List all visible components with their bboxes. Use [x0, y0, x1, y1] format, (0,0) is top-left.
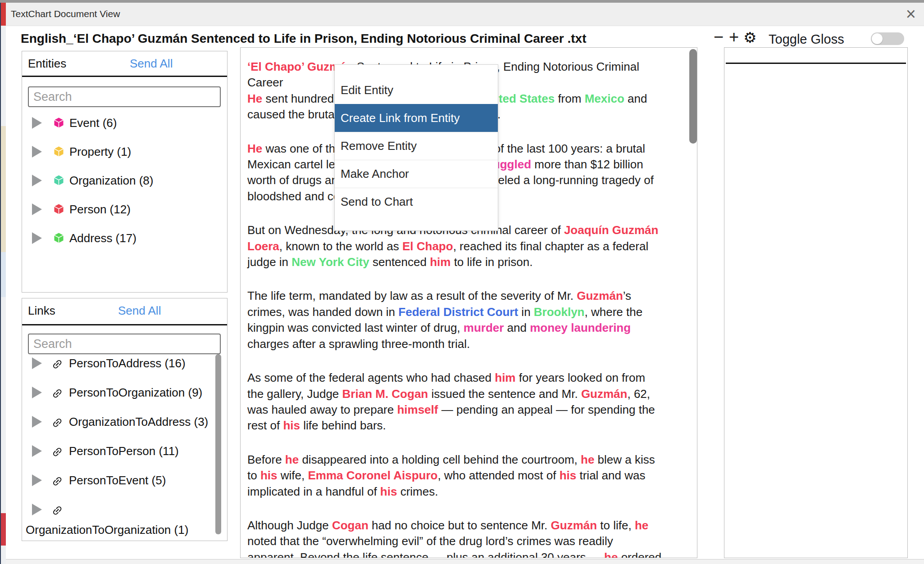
- menu-item-create-link-from-entity[interactable]: Create Link from Entity: [335, 104, 498, 132]
- entity-organization[interactable]: Federal District Court: [398, 305, 518, 319]
- links-panel: Links Send All PersonToAddress (16)Perso…: [22, 298, 228, 541]
- entity-type-row-property[interactable]: Property (1): [26, 143, 223, 162]
- entity-person[interactable]: Brian M. Cogan: [342, 387, 428, 401]
- links-send-all-link[interactable]: Send All: [118, 304, 161, 318]
- text-line: charges after a sprawling three-month tr…: [247, 336, 691, 352]
- text-line: Loera, known to the world as El Chapo, r…: [247, 239, 691, 254]
- toggle-gloss-label: Toggle Gloss: [769, 32, 844, 47]
- text-line: Although Judge Cogan had no choice but t…: [247, 518, 691, 533]
- paragraph: As some of the federal agents who had ch…: [247, 370, 691, 434]
- entities-search-input[interactable]: [28, 86, 221, 107]
- menu-item-remove-entity[interactable]: Remove Entity: [335, 132, 498, 160]
- entity-type-row-event[interactable]: Event (6): [26, 114, 223, 134]
- entity-person[interactable]: his: [380, 485, 397, 498]
- links-panel-title: Links: [28, 304, 55, 318]
- expand-triangle-icon[interactable]: [32, 445, 42, 457]
- gloss-header-rule: [726, 63, 906, 64]
- paragraph: Although Judge Cogan had no choice but t…: [247, 518, 691, 558]
- link-type-row-persontoaddress[interactable]: PersonToAddress (16): [26, 354, 212, 374]
- menu-item-send-to-chart[interactable]: Send to Chart: [335, 188, 498, 216]
- entity-person[interactable]: he: [604, 550, 618, 558]
- gear-icon[interactable]: ⚙: [743, 30, 757, 46]
- expand-triangle-icon[interactable]: [32, 232, 42, 244]
- entity-person[interactable]: Joaquín Guzmán: [564, 223, 658, 237]
- link-type-row-organizationtoorganization[interactable]: OrganizationToOrganization (1): [26, 501, 212, 539]
- expand-triangle-icon[interactable]: [32, 416, 42, 428]
- entity-person[interactable]: he: [581, 453, 594, 466]
- entity-person[interactable]: he: [285, 453, 299, 466]
- link-type-row-persontoevent[interactable]: PersonToEvent (5): [26, 471, 212, 492]
- zoom-out-button[interactable]: −: [714, 28, 724, 46]
- entity-person[interactable]: his: [283, 419, 300, 432]
- window-titlebar[interactable]: TextChart Document View ×: [0, 3, 924, 26]
- entity-person[interactable]: El Chapo: [402, 239, 453, 253]
- entity-person[interactable]: Emma Coronel Aispuro: [308, 469, 437, 482]
- paragraph: The life term, mandated by law as a resu…: [247, 288, 691, 352]
- text-line: The life term, mandated by law as a resu…: [247, 288, 691, 304]
- link-icon: [48, 443, 69, 464]
- entity-address[interactable]: Mexico: [585, 92, 624, 105]
- expand-triangle-icon[interactable]: [32, 175, 42, 186]
- entity-person[interactable]: He: [247, 142, 262, 155]
- text-line: kingpin was convicted last winter of dru…: [247, 320, 691, 336]
- document-title: English_‘El Chapo’ Guzmán Sentenced to L…: [21, 32, 587, 46]
- zoom-in-button[interactable]: +: [729, 28, 739, 46]
- entity-person[interactable]: Guzmán: [581, 387, 628, 401]
- cube-icon: [53, 202, 65, 220]
- entity-person[interactable]: Guzmán: [577, 289, 623, 302]
- expand-triangle-icon[interactable]: [32, 357, 42, 369]
- expand-triangle-icon[interactable]: [32, 504, 42, 515]
- links-search-input[interactable]: [28, 334, 221, 354]
- cube-icon: [53, 231, 65, 249]
- expand-triangle-icon[interactable]: [32, 474, 42, 486]
- entities-header-rule: [22, 76, 227, 77]
- textchart-document-view-window: TextChart Document View × English_‘El Ch…: [0, 0, 924, 564]
- gloss-panel: [724, 47, 908, 558]
- text-line: As some of the federal agents who had ch…: [247, 370, 691, 386]
- entities-tree: Event (6)Property (1)Organization (8)Per…: [26, 114, 223, 258]
- text-line: the gallery, Judge Brian M. Cogan issued…: [247, 386, 691, 402]
- entity-person[interactable]: him: [495, 371, 515, 384]
- menu-item-edit-entity[interactable]: Edit Entity: [335, 77, 498, 104]
- text-line: noted that the “overwhelming evil” of th…: [247, 533, 691, 549]
- toggle-gloss-switch[interactable]: [871, 32, 904, 45]
- text-line: was hauled away to prepare himself — pen…: [247, 402, 691, 418]
- link-icon: [48, 384, 69, 406]
- links-tree: PersonToAddress (16)PersonToOrganization…: [26, 354, 212, 541]
- expand-triangle-icon[interactable]: [32, 203, 42, 215]
- links-scrollbar-thumb[interactable]: [215, 354, 221, 534]
- link-type-row-persontoorganization[interactable]: PersonToOrganization (9): [26, 384, 212, 404]
- link-type-row-organizationtoaddress[interactable]: OrganizationToAddress (3): [26, 413, 212, 433]
- menu-item-make-anchor[interactable]: Make Anchor: [335, 160, 498, 188]
- expand-triangle-icon[interactable]: [32, 146, 42, 158]
- document-scrollbar-thumb[interactable]: [689, 49, 697, 144]
- entities-panel: Entities Send All Event (6)Property (1)O…: [22, 51, 228, 293]
- link-icon: [48, 414, 69, 435]
- entity-person[interactable]: He: [247, 92, 262, 105]
- entity-person[interactable]: Loera: [247, 239, 279, 253]
- entity-address[interactable]: New York City: [291, 255, 369, 269]
- entity-person[interactable]: he: [635, 519, 648, 532]
- entity-event[interactable]: money laundering: [530, 321, 631, 334]
- entity-event[interactable]: murder: [464, 321, 504, 334]
- entity-person[interactable]: Guzmán: [551, 519, 597, 532]
- close-icon[interactable]: ×: [906, 4, 916, 24]
- entity-person[interactable]: his: [260, 469, 278, 482]
- link-icon: [48, 355, 69, 376]
- entity-person[interactable]: Cogan: [332, 519, 369, 532]
- entity-person[interactable]: himself: [397, 403, 438, 416]
- toggle-knob: [872, 33, 883, 44]
- entity-type-row-organization[interactable]: Organization (8): [26, 171, 223, 191]
- entity-address[interactable]: Brooklyn: [534, 305, 585, 319]
- entity-type-row-address[interactable]: Address (17): [26, 229, 223, 249]
- entity-type-row-person[interactable]: Person (12): [26, 200, 223, 220]
- expand-triangle-icon[interactable]: [32, 387, 42, 398]
- link-icon: [48, 501, 69, 523]
- link-type-row-persontoperson[interactable]: PersonToPerson (11): [26, 442, 212, 462]
- entity-person[interactable]: his: [560, 469, 577, 482]
- text-line: Before he disappeared into a holding cel…: [247, 452, 691, 468]
- entities-send-all-link[interactable]: Send All: [130, 57, 173, 71]
- expand-triangle-icon[interactable]: [32, 117, 42, 129]
- entity-person[interactable]: him: [430, 255, 451, 269]
- entities-panel-title: Entities: [28, 57, 66, 71]
